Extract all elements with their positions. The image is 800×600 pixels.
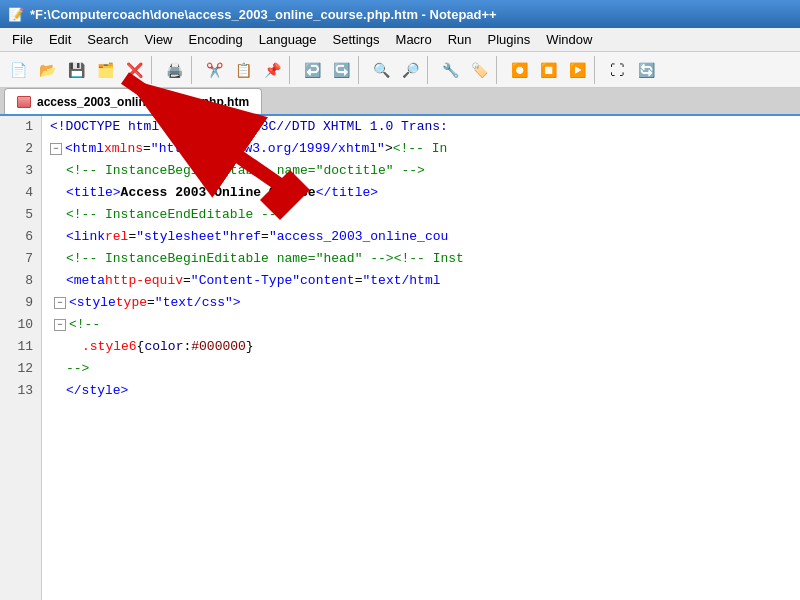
zoom-button[interactable]: 🔎	[396, 56, 424, 84]
fullscreen-button[interactable]: ⛶	[603, 56, 631, 84]
code-line-10: − <!--	[50, 314, 792, 336]
toolbar-sep-5	[427, 56, 433, 84]
code-line-3: <!-- InstanceBeginEditable name="doctitl…	[50, 160, 792, 182]
toolbar-sep-6	[496, 56, 502, 84]
line-num-5: 5	[6, 204, 35, 226]
menu-language[interactable]: Language	[251, 30, 325, 49]
code-text: <html	[65, 138, 104, 160]
code-line-2: − <html xmlns="http://www.w3.org/1999/xh…	[50, 138, 792, 160]
toolbar: 📄 📂 💾 🗂️ ❌ 🖨️ ✂️ 📋 📌 ↩️ ↪️ 🔍 🔎 🔧 🏷️ ⏺️ ⏹…	[0, 52, 800, 88]
menu-encoding[interactable]: Encoding	[181, 30, 251, 49]
tab-file-icon	[17, 96, 31, 108]
menu-file[interactable]: File	[4, 30, 41, 49]
code-line-13: </style>	[50, 380, 792, 402]
line-num-1: 1	[6, 116, 35, 138]
collapse-9[interactable]: −	[54, 297, 66, 309]
line-num-10: 10	[6, 314, 35, 336]
menu-bar: File Edit Search View Encoding Language …	[0, 28, 800, 52]
toolbar-sep-1	[151, 56, 157, 84]
toolbar-sep-7	[594, 56, 600, 84]
undo-button[interactable]: ↩️	[298, 56, 326, 84]
save-all-button[interactable]: 🗂️	[91, 56, 119, 84]
collapse-10[interactable]: −	[54, 319, 66, 331]
line-num-11: 11	[6, 336, 35, 358]
line-num-2: 2	[6, 138, 35, 160]
code-content[interactable]: <!DOCTYPE html PUBLIC "-//W3C//DTD XHTML…	[42, 116, 800, 600]
format-button[interactable]: 🔧	[436, 56, 464, 84]
line-num-13: 13	[6, 380, 35, 402]
app-container: 📝 *F:\Computercoach\done\access_2003_onl…	[0, 0, 800, 600]
line-num-7: 7	[6, 248, 35, 270]
macro-stop-button[interactable]: ⏹️	[534, 56, 562, 84]
line-num-6: 6	[6, 226, 35, 248]
code-area[interactable]: 1 2 3 4 5 6 7 8 9 10 11 12 13 <!DOCTYPE …	[0, 116, 800, 600]
code-text: .style6	[82, 336, 137, 358]
redo-button[interactable]: ↪️	[327, 56, 355, 84]
code-text: <title>	[66, 182, 121, 204]
code-line-4: <title>Access 2003 Online Course</title>	[50, 182, 792, 204]
sync-button[interactable]: 🔄	[632, 56, 660, 84]
line-num-12: 12	[6, 358, 35, 380]
line-num-8: 8	[6, 270, 35, 292]
code-text: <!--	[69, 314, 100, 336]
code-text: <link	[66, 226, 105, 248]
code-line-7: <!-- InstanceBeginEditable name="head" -…	[50, 248, 792, 270]
paste-button[interactable]: 📌	[258, 56, 286, 84]
find-button[interactable]: 🔍	[367, 56, 395, 84]
copy-button[interactable]: 📋	[229, 56, 257, 84]
code-line-12: -->	[50, 358, 792, 380]
code-text: </style>	[66, 380, 128, 402]
line-num-3: 3	[6, 160, 35, 182]
menu-run[interactable]: Run	[440, 30, 480, 49]
app-icon: 📝	[8, 7, 24, 22]
menu-search[interactable]: Search	[79, 30, 136, 49]
title-bar: 📝 *F:\Computercoach\done\access_2003_onl…	[0, 0, 800, 28]
toolbar-sep-3	[289, 56, 295, 84]
macro-play-button[interactable]: ▶️	[563, 56, 591, 84]
macro-record-button[interactable]: ⏺️	[505, 56, 533, 84]
menu-window[interactable]: Window	[538, 30, 600, 49]
code-line-1: <!DOCTYPE html PUBLIC "-//W3C//DTD XHTML…	[50, 116, 792, 138]
code-text: <!-- InstanceBeginEditable name="doctitl…	[66, 160, 425, 182]
tab-bar: access_2003_online_course.php.htm	[0, 88, 800, 116]
file-tab[interactable]: access_2003_online_course.php.htm	[4, 88, 262, 114]
menu-view[interactable]: View	[137, 30, 181, 49]
code-text: <meta	[66, 270, 105, 292]
open-button[interactable]: 📂	[33, 56, 61, 84]
code-text: <!-- InstanceBeginEditable name="head" -…	[66, 248, 464, 270]
menu-settings[interactable]: Settings	[325, 30, 388, 49]
code-line-6: <link rel="stylesheet" href="access_2003…	[50, 226, 792, 248]
new-button[interactable]: 📄	[4, 56, 32, 84]
code-line-8: <meta http-equiv="Content-Type" content=…	[50, 270, 792, 292]
code-text: <!DOCTYPE html PUBLIC "-//W3C//DTD XHTML…	[50, 116, 448, 138]
close-button[interactable]: ❌	[120, 56, 148, 84]
code-line-11: .style6 {color: #000000}	[50, 336, 792, 358]
toolbar-sep-2	[191, 56, 197, 84]
tab-filename: access_2003_online_course.php.htm	[37, 95, 249, 109]
menu-plugins[interactable]: Plugins	[480, 30, 539, 49]
tag-button[interactable]: 🏷️	[465, 56, 493, 84]
menu-edit[interactable]: Edit	[41, 30, 79, 49]
menu-macro[interactable]: Macro	[388, 30, 440, 49]
window-title: *F:\Computercoach\done\access_2003_onlin…	[30, 7, 497, 22]
code-text: <!-- InstanceEndEditable -->	[66, 204, 284, 226]
print-button[interactable]: 🖨️	[160, 56, 188, 84]
save-button[interactable]: 💾	[62, 56, 90, 84]
line-num-9: 9	[6, 292, 35, 314]
cut-button[interactable]: ✂️	[200, 56, 228, 84]
code-text: -->	[66, 358, 89, 380]
code-line-9: − <style type="text/css">	[50, 292, 792, 314]
toolbar-sep-4	[358, 56, 364, 84]
line-numbers: 1 2 3 4 5 6 7 8 9 10 11 12 13	[0, 116, 42, 600]
line-num-4: 4	[6, 182, 35, 204]
collapse-2[interactable]: −	[50, 143, 62, 155]
code-line-5: <!-- InstanceEndEditable -->	[50, 204, 792, 226]
code-text: <style	[69, 292, 116, 314]
